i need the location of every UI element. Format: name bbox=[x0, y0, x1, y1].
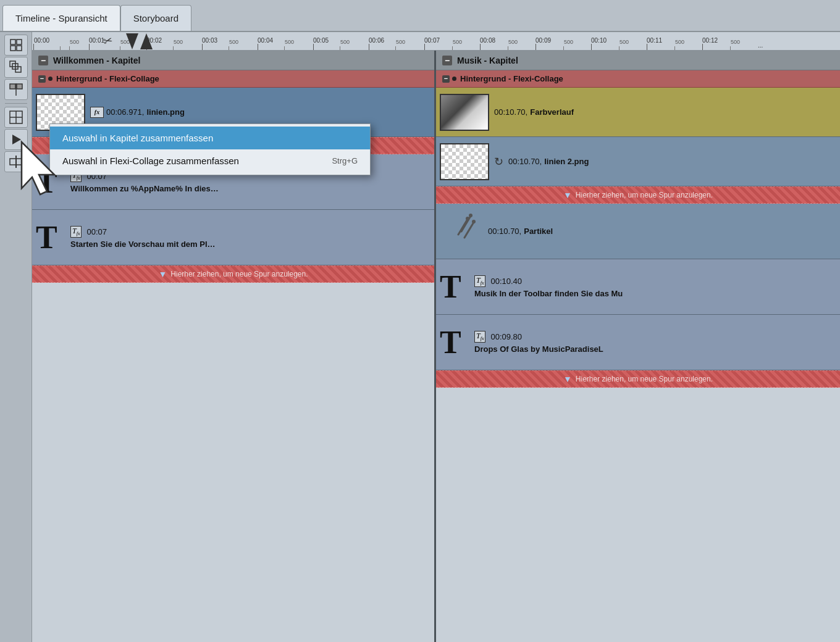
drop-zone-4[interactable]: ▼ Hierher ziehen, um neue Spur anzulegen… bbox=[436, 370, 840, 388]
track-name-farbverlauf: Farbverlauf bbox=[530, 107, 574, 117]
svg-marker-17 bbox=[126, 33, 138, 49]
playhead-bottom bbox=[140, 33, 153, 51]
track-info-text-2: Tfx 00:07 Starten Sie die Vorschau mit d… bbox=[70, 226, 219, 248]
flexi-header-2: − Hintergrund - Flexi-Collage bbox=[436, 70, 840, 88]
tab-storyboard-label: Storyboard bbox=[133, 13, 178, 23]
track-name-linien2: linien 2.png bbox=[544, 157, 589, 166]
play-tool-button[interactable] bbox=[4, 129, 28, 150]
track-preview-text1: Willkommen zu %AppName% In diesem Beispi… bbox=[70, 184, 219, 193]
track-time-particle: 00:10.70, bbox=[488, 227, 521, 236]
svg-rect-0 bbox=[10, 40, 15, 44]
svg-rect-14 bbox=[10, 159, 16, 165]
gradient-pattern bbox=[441, 95, 488, 130]
svg-rect-3 bbox=[17, 46, 22, 51]
context-item-label-0: Auswahl in Kapitel zusammenfassen bbox=[62, 133, 213, 143]
select-tool-button[interactable] bbox=[4, 35, 28, 56]
track-info-linien: fx 00:06.971, linien.png bbox=[90, 107, 185, 118]
svg-point-24 bbox=[472, 220, 476, 223]
track-preview-text4: Drops Of Glas by MusicParadiseL bbox=[474, 344, 603, 354]
playhead-top bbox=[126, 33, 138, 51]
track-time-line-linien: fx 00:06.971, linien.png bbox=[90, 107, 185, 118]
svg-rect-15 bbox=[16, 159, 22, 165]
particle-icon bbox=[440, 213, 483, 250]
track-name-particle: Partikel bbox=[524, 227, 553, 236]
fx-icon-linien: fx bbox=[90, 107, 104, 118]
svg-rect-8 bbox=[17, 84, 22, 89]
drop-arrow-3: ▼ bbox=[563, 190, 572, 200]
context-item-shortcut-1: Strg+G bbox=[332, 156, 358, 165]
ruler-mark-0010: 00:10 bbox=[591, 37, 607, 50]
trim-tool-button[interactable] bbox=[4, 107, 28, 128]
svg-point-22 bbox=[469, 214, 472, 217]
track-text-4: T Tfx 00:09.80 Drops Of Glas by MusicPar… bbox=[436, 315, 840, 370]
flexi-dot-1 bbox=[48, 77, 52, 81]
track-time-linien2: 00:10.70, bbox=[508, 157, 542, 166]
svg-marker-18 bbox=[140, 33, 153, 49]
ruler-mark-0009: 00:09 bbox=[536, 37, 551, 50]
play-icon bbox=[9, 133, 23, 146]
tfx-icon-3: Tfx bbox=[474, 275, 485, 286]
insert-icon bbox=[9, 155, 23, 169]
ruler-mark-0000: 00:00 bbox=[33, 37, 49, 50]
text-track-bigT-4: T bbox=[440, 327, 469, 359]
group-icon bbox=[9, 60, 23, 74]
drop-zone-3[interactable]: ▼ Hierher ziehen, um neue Spur anzulegen… bbox=[436, 186, 840, 204]
tab-timeline[interactable]: Timeline - Spuransicht bbox=[2, 5, 120, 31]
drop-zone-label-2: Hierher ziehen, um neue Spur anzulegen. bbox=[170, 270, 308, 278]
track-info-text-3: Tfx 00:10.40 Musik In der Toolbar finden… bbox=[474, 275, 623, 298]
drop-arrow-4: ▼ bbox=[563, 374, 572, 384]
flexi-collapse-2[interactable]: − bbox=[442, 75, 450, 83]
flexi-title-1: Hintergrund - Flexi-Collage bbox=[56, 74, 159, 83]
track-linien2-png: ↻ 00:10.70, linien 2.png bbox=[436, 137, 840, 186]
left-toolbar bbox=[0, 32, 32, 642]
context-item-kapitel[interactable]: Auswahl in Kapitel zusammenfassen bbox=[50, 127, 370, 149]
track-info-linien2: ↻ 00:10.70, linien 2.png bbox=[494, 155, 589, 169]
chain-icon-linien2: ↻ bbox=[494, 155, 503, 169]
svg-rect-1 bbox=[17, 40, 22, 44]
ruler-mark-0008: 00:08 bbox=[480, 37, 495, 50]
group-tool-button[interactable] bbox=[4, 57, 28, 78]
track-farbverlauf: 00:10.70, Farbverlauf bbox=[436, 88, 840, 137]
chapter-title-1: Willkommen - Kapitel bbox=[53, 56, 140, 65]
svg-rect-7 bbox=[10, 84, 15, 89]
track-text-2: T Tfx 00:07 Starten Sie die Vorschau mit… bbox=[32, 210, 434, 265]
toolbar-separator-1 bbox=[5, 103, 27, 104]
particle-visual bbox=[440, 213, 483, 250]
track-name-linien: linien.png bbox=[146, 107, 184, 117]
flexi-header-1: − Hintergrund - Flexi-Collage bbox=[32, 70, 434, 88]
svg-line-20 bbox=[458, 219, 468, 235]
ruler-mark-0006: 00:06 bbox=[369, 37, 384, 50]
track-info-particle: 00:10.70, Partikel bbox=[488, 227, 553, 236]
track-time-text4: 00:09.80 bbox=[490, 332, 522, 341]
split-icon bbox=[9, 83, 23, 96]
ruler-minor-1 bbox=[60, 46, 61, 50]
track-time-text3: 00:10.40 bbox=[490, 277, 522, 286]
track-preview-text2: Starten Sie die Vorschau mit dem Play-Sy… bbox=[70, 240, 219, 249]
ruler-mark-0007: 00:07 bbox=[424, 37, 440, 50]
track-time-farbverlauf: 00:10.70, bbox=[494, 107, 527, 117]
split-tool-button[interactable] bbox=[4, 79, 28, 100]
text-track-bigT-3: T bbox=[440, 271, 469, 303]
flexi-dot-2 bbox=[452, 77, 456, 81]
tfx-icon-4: Tfx bbox=[474, 331, 485, 342]
flexi-collapse-1[interactable]: − bbox=[38, 75, 46, 83]
drop-zone-label-4: Hierher ziehen, um neue Spur anzulegen. bbox=[576, 375, 713, 383]
svg-rect-2 bbox=[10, 46, 15, 51]
chapter-title-2: Musik - Kapitel bbox=[457, 56, 518, 65]
drop-zone-2[interactable]: ▼ Hierher ziehen, um neue Spur anzulegen… bbox=[32, 265, 434, 283]
chapter-collapse-2[interactable] bbox=[442, 56, 452, 65]
insert-tool-button[interactable] bbox=[4, 151, 28, 172]
tab-storyboard[interactable]: Storyboard bbox=[120, 5, 191, 31]
context-item-flexi[interactable]: Auswahl in Flexi-Collage zusammenfassen … bbox=[50, 149, 370, 172]
thumb-farbverlauf bbox=[440, 94, 489, 131]
flexi-title-2: Hintergrund - Flexi-Collage bbox=[460, 74, 563, 83]
ruler: ✂ 00:00 00:01 500 bbox=[32, 32, 840, 51]
thumb-linien2 bbox=[440, 143, 489, 180]
ruler-mark-0004: 00:04 bbox=[258, 37, 273, 50]
drop-arrow-2: ▼ bbox=[159, 269, 167, 279]
tab-timeline-label: Timeline - Spuransicht bbox=[15, 13, 107, 23]
chapter-collapse-1[interactable] bbox=[38, 56, 48, 65]
timeline-col-2: Musik - Kapitel − Hintergrund - Flexi-Co… bbox=[436, 51, 840, 642]
ruler-mark-0005: 00:05 bbox=[313, 37, 329, 50]
checker-pattern-2 bbox=[441, 144, 488, 179]
